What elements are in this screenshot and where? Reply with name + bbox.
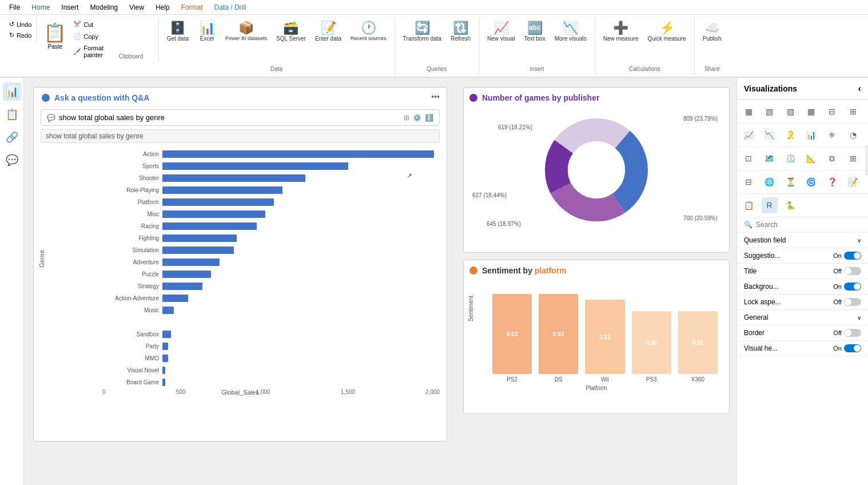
background-toggle[interactable]: On bbox=[833, 283, 861, 291]
lock-aspect-toggle-switch[interactable] bbox=[844, 298, 861, 306]
border-toggle-switch[interactable] bbox=[844, 329, 861, 337]
search-input[interactable] bbox=[756, 221, 861, 229]
viz-icon-funnel[interactable]: ⏳ bbox=[782, 174, 798, 190]
viz-icon-100pct-bar[interactable]: ▨ bbox=[782, 104, 798, 120]
viz-icon-stacked-bar[interactable]: ▦ bbox=[740, 104, 756, 120]
viz-icon-clustered-bar[interactable]: ▧ bbox=[762, 104, 778, 120]
title-toggle-switch[interactable] bbox=[844, 267, 861, 275]
menu-file[interactable]: File bbox=[5, 2, 25, 13]
new-visual-button[interactable]: 📈 New visual bbox=[484, 19, 518, 44]
paste-button[interactable]: 📋 Paste bbox=[41, 19, 69, 52]
left-icon-data[interactable]: 📋 bbox=[3, 105, 21, 124]
panel-menu[interactable]: ••• bbox=[431, 92, 440, 101]
viz-icon-line[interactable]: 📈 bbox=[740, 127, 756, 143]
border-toggle-label: Off bbox=[834, 329, 842, 336]
menu-insert[interactable]: Insert bbox=[57, 2, 83, 13]
viz-icon-custom1[interactable]: R bbox=[762, 197, 778, 213]
enter-data-button[interactable]: 📝 Enter data bbox=[312, 19, 345, 44]
share-group-label: Share bbox=[704, 66, 720, 72]
viz-icon-qna[interactable]: ❓ bbox=[824, 174, 840, 190]
viz-icon-map[interactable]: 🗺️ bbox=[762, 150, 778, 166]
viz-icon-scatter[interactable]: ⁜ bbox=[824, 127, 840, 143]
left-icon-report[interactable]: 📊 bbox=[3, 82, 21, 101]
qa-panel: Ask a question with Q&A ••• 💬 ⊞ ⚙️ ℹ️ sh… bbox=[33, 87, 447, 442]
text-box-button[interactable]: 🔤 Text box bbox=[520, 19, 548, 44]
format-painter-button[interactable]: 🖌️ Format painter bbox=[71, 43, 106, 59]
visual-header-section[interactable]: Visual he... On bbox=[737, 341, 868, 356]
x-axis-label: Global_Sales bbox=[221, 389, 258, 396]
viz-icon-clustered-col[interactable]: ⊟ bbox=[824, 104, 840, 120]
transform-data-button[interactable]: 🔄 Transform data bbox=[400, 19, 445, 44]
menu-view[interactable]: View bbox=[125, 2, 149, 13]
viz-icon-waterfall[interactable]: 📊 bbox=[803, 127, 819, 143]
queries-group: 🔄 Transform data 🔃 Refresh Queries bbox=[395, 17, 479, 74]
viz-icon-ribbon[interactable]: 🎗️ bbox=[782, 127, 798, 143]
refresh-button[interactable]: 🔃 Refresh bbox=[447, 19, 474, 44]
left-icon-qa[interactable]: 💬 bbox=[3, 151, 21, 169]
new-measure-button[interactable]: ➕ New measure bbox=[600, 19, 642, 44]
qa-suggestion[interactable]: show total global sales by genre bbox=[41, 129, 440, 143]
recent-sources-button[interactable]: 🕐 Recent sources bbox=[347, 19, 390, 43]
bar-fill bbox=[162, 283, 202, 290]
viz-icon-treemap[interactable]: ⊡ bbox=[740, 150, 756, 166]
undo-button[interactable]: ↺ Undo bbox=[7, 19, 34, 29]
visual-header-toggle[interactable]: On bbox=[833, 344, 861, 352]
viz-icon-table[interactable]: ⊞ bbox=[845, 150, 861, 166]
copy-button[interactable]: 📄 Copy bbox=[71, 31, 106, 41]
menu-datadrill[interactable]: Data / Drill bbox=[210, 2, 251, 13]
sql-button[interactable]: 🗃️ SQL Server bbox=[273, 19, 309, 44]
menu-format[interactable]: Format bbox=[177, 2, 208, 13]
background-toggle-switch[interactable] bbox=[844, 283, 861, 291]
viz-icon-smart-narrative[interactable]: 📝 bbox=[845, 174, 861, 190]
viz-icon-area[interactable]: 📉 bbox=[762, 127, 778, 143]
bar-fill bbox=[162, 234, 237, 242]
bar-label: Adventure bbox=[102, 259, 162, 265]
redo-button[interactable]: ↻ Redo bbox=[7, 30, 34, 40]
viz-icon-kpi[interactable]: 📐 bbox=[803, 150, 819, 166]
settings-icon[interactable]: ⚙️ bbox=[413, 114, 421, 122]
lock-aspect-section[interactable]: Lock aspe... Off bbox=[737, 295, 868, 310]
undo-group: ↺ Undo ↻ Redo bbox=[5, 17, 37, 42]
viz-icon-filled-map[interactable]: 🌐 bbox=[762, 174, 778, 190]
qa-search-input[interactable] bbox=[59, 113, 404, 122]
menu-help[interactable]: Help bbox=[151, 2, 174, 13]
bar-row: Strategy bbox=[102, 281, 440, 292]
viz-icon-slicer[interactable]: ⧉ bbox=[824, 150, 840, 166]
title-toggle[interactable]: Off bbox=[834, 267, 861, 275]
general-section[interactable]: General ∨ bbox=[737, 310, 868, 325]
cut-button[interactable]: ✂️ Cut bbox=[71, 19, 106, 29]
viz-icon-decomp[interactable]: 🌀 bbox=[803, 174, 819, 190]
quick-measure-button[interactable]: ⚡ Quick measure bbox=[644, 19, 690, 44]
viz-icon-stacked-col[interactable]: ▩ bbox=[803, 104, 819, 120]
excel-button[interactable]: 📊 Excel bbox=[194, 19, 220, 44]
viz-icon-pie[interactable]: ◔ bbox=[845, 127, 861, 143]
get-data-button[interactable]: 🗄️ Get data bbox=[164, 19, 192, 44]
bar-fill bbox=[162, 259, 220, 266]
menu-modeling[interactable]: Modeling bbox=[85, 2, 122, 13]
left-icon-model[interactable]: 🔗 bbox=[3, 128, 21, 146]
viz-icon-gauge[interactable]: ⏲️ bbox=[782, 150, 798, 166]
question-field-section[interactable]: Question field ∨ bbox=[737, 233, 868, 248]
bar-row: Role-Playing bbox=[102, 185, 440, 196]
suggestions-section[interactable]: Suggestio... On bbox=[737, 248, 868, 264]
publish-button[interactable]: ☁️ Publish bbox=[699, 19, 725, 44]
background-section[interactable]: Backgrou... On bbox=[737, 279, 868, 295]
copy-visual-icon[interactable]: ⊞ bbox=[404, 114, 409, 122]
viz-icon-100pct-col[interactable]: ⊞ bbox=[845, 104, 861, 120]
viz-icon-python[interactable]: 🐍 bbox=[782, 197, 798, 213]
viz-icon-paginated[interactable]: 📋 bbox=[740, 197, 756, 213]
power-bi-button[interactable]: 📦 Power BI datasets bbox=[222, 19, 270, 43]
suggestions-toggle[interactable]: On bbox=[833, 252, 861, 260]
filters-tab[interactable]: Filters bbox=[866, 146, 868, 175]
title-section[interactable]: Title Off bbox=[737, 264, 868, 279]
border-toggle[interactable]: Off bbox=[834, 329, 861, 337]
bar-fill bbox=[162, 307, 174, 314]
visual-header-toggle-switch[interactable] bbox=[844, 344, 861, 352]
border-section[interactable]: Border Off bbox=[737, 325, 868, 341]
collapse-sidebar-button[interactable]: ‹ bbox=[858, 84, 861, 94]
lock-aspect-toggle[interactable]: Off bbox=[834, 298, 861, 306]
menu-home[interactable]: Home bbox=[27, 2, 54, 13]
viz-icon-matrix[interactable]: ⊟ bbox=[740, 174, 756, 190]
more-visuals-button[interactable]: 📉 More visuals bbox=[551, 19, 590, 44]
suggestions-toggle-switch[interactable] bbox=[844, 252, 861, 260]
